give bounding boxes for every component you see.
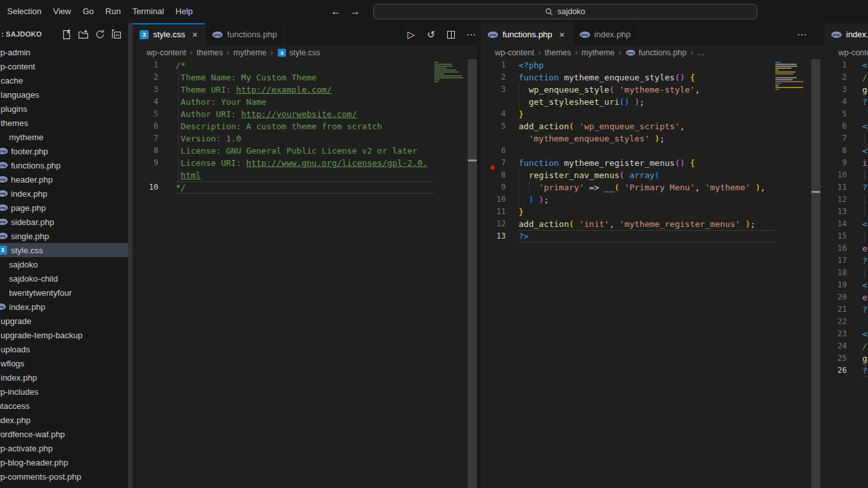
sidebar-item-upgrade[interactable]: upgrade (0, 314, 133, 328)
code-editor[interactable]: 1<2/3g4?56<7│8<9i10│11?12│13│14<15│16e17… (824, 59, 868, 488)
sidebar-item-wp-includes[interactable]: wp-includes (0, 384, 133, 399)
code-line[interactable]: 3g (824, 84, 868, 96)
sidebar-item-header-php[interactable]: phpheader.php (0, 172, 133, 186)
tab-functions-php[interactable]: phpfunctions.php (205, 23, 284, 46)
code-line[interactable]: 24/ (824, 340, 868, 352)
breadcrumb-item[interactable]: wp-content (838, 48, 868, 57)
code-line[interactable]: 10 ) ); (481, 194, 775, 206)
code-line[interactable]: 10│ (824, 169, 868, 181)
new-file-icon[interactable] (61, 29, 72, 40)
code-editor[interactable]: 1/*2 Theme Name: My Custom Theme3 Theme … (133, 59, 477, 488)
menu-item-help[interactable]: Help (170, 0, 199, 23)
sidebar-item-functions-php[interactable]: phpfunctions.php (0, 158, 133, 172)
code-line[interactable]: 18│ (824, 267, 868, 279)
sidebar-item-wp-admin[interactable]: wp-admin (0, 45, 133, 59)
history-icon[interactable]: ↺ (425, 29, 437, 41)
code-line[interactable]: get_stylesheet_uri() ); (481, 96, 775, 108)
sidebar-item-wflogs[interactable]: wflogs (0, 356, 133, 370)
sidebar-item-index-php[interactable]: phpindex.php (0, 186, 133, 201)
collapse-all-icon[interactable] (111, 29, 122, 40)
breadcrumb-item[interactable]: phpfunctions.php (625, 48, 687, 57)
code-line[interactable]: 4} (481, 108, 775, 120)
run-icon[interactable]: ▷ (405, 29, 417, 41)
code-line[interactable]: 8 register_nav_menus( array( (481, 169, 775, 181)
code-line[interactable]: 13│ (824, 206, 868, 218)
minimap[interactable] (434, 62, 468, 83)
code-line[interactable]: 9 'primary' => __( 'Primary Menu', 'myth… (481, 181, 775, 194)
menu-item-go[interactable]: Go (77, 0, 99, 23)
code-line[interactable]: 21? (824, 303, 868, 316)
minimap[interactable] (775, 62, 809, 91)
breadcrumb-item[interactable]: mytheme (582, 48, 614, 57)
code-line[interactable]: 23< (824, 328, 868, 340)
menu-item-terminal[interactable]: Terminal (127, 0, 170, 23)
code-line[interactable]: 12add_action( 'init', 'mytheme_register_… (481, 218, 775, 230)
code-line[interactable]: 25g (824, 352, 868, 365)
code-line[interactable]: 1<?php (481, 59, 775, 71)
sidebar-item-sajdoko-child[interactable]: ›sajdoko-child (0, 271, 133, 285)
split-editor-icon[interactable] (445, 29, 457, 41)
sidebar-item-uploads[interactable]: uploads (0, 342, 133, 356)
code-line[interactable]: 5add_action( 'wp_enqueue_scripts', (481, 120, 775, 132)
new-folder-icon[interactable] (78, 29, 89, 40)
code-line[interactable]: 2/ (824, 71, 868, 84)
editor-scrollbar[interactable] (468, 59, 477, 488)
code-line[interactable]: 16e (824, 242, 868, 255)
tab-index-php[interactable]: phpindex.php (824, 23, 868, 46)
more-actions-icon[interactable]: ⋯ (796, 29, 808, 41)
refresh-icon[interactable] (95, 29, 106, 40)
sidebar-item-mytheme[interactable]: ›mytheme (0, 130, 133, 144)
code-line[interactable]: 8< (824, 145, 868, 157)
code-line[interactable]: 9i (824, 157, 868, 169)
menu-item-run[interactable]: Run (100, 0, 127, 23)
menu-item-view[interactable]: View (47, 0, 77, 23)
close-tab-icon[interactable]: × (192, 30, 198, 40)
sidebar-item-index-php[interactable]: index.php (0, 413, 133, 427)
breadcrumb-item[interactable]: wp-content (147, 48, 186, 57)
sidebar-item-wp-blog-header-php[interactable]: wp-blog-header.php (0, 455, 133, 469)
close-tab-icon[interactable]: × (559, 30, 564, 40)
sidebar-item-plugins[interactable]: plugins (0, 102, 133, 116)
sidebar-item-sajdoko[interactable]: ›sajdoko (0, 257, 133, 271)
code-line[interactable]: 1< (824, 59, 868, 71)
code-line[interactable]: 12│ (824, 194, 868, 206)
sidebar-item-footer-php[interactable]: phpfooter.php (0, 144, 133, 158)
breadcrumb-item[interactable]: themes (545, 48, 571, 57)
sidebar-item--htaccess[interactable]: .htaccess (0, 399, 133, 413)
code-line[interactable]: 5 (824, 108, 868, 120)
sidebar-item-themes[interactable]: themes (0, 116, 133, 130)
code-line[interactable]: 7│ (824, 132, 868, 145)
tab-style-css[interactable]: 3style.css× (133, 23, 205, 46)
sidebar-item-page-php[interactable]: phppage.php (0, 201, 133, 215)
code-line[interactable]: 3 wp_enqueue_style( 'mytheme-style', (481, 84, 775, 96)
code-line[interactable]: 6 (481, 145, 775, 157)
code-line[interactable]: 6< (824, 120, 868, 132)
editor-scrollbar[interactable] (811, 59, 820, 488)
code-line[interactable]: 1/* (133, 59, 434, 71)
tab-functions-php[interactable]: phpfunctions.php× (481, 23, 573, 46)
breadcrumb-item[interactable]: 3style.css (277, 48, 320, 57)
sidebar-item-wp-activate-php[interactable]: wp-activate.php (0, 441, 133, 455)
breadcrumb-item[interactable]: mytheme (234, 48, 266, 57)
more-actions-icon[interactable]: ⋯ (465, 29, 477, 41)
code-line[interactable]: 17? (824, 255, 868, 267)
breadcrumb-item[interactable]: … (697, 48, 705, 57)
sidebar-item-single-php[interactable]: phpsingle.php (0, 229, 133, 243)
sidebar-item-wp-content[interactable]: wp-content (0, 59, 133, 73)
code-editor[interactable]: 1<?php2function mytheme_enqueue_styles()… (481, 59, 824, 488)
code-line[interactable]: 11} (481, 206, 775, 218)
code-line[interactable]: 13?> (481, 230, 775, 242)
code-line[interactable]: 11? (824, 181, 868, 194)
forward-arrow-icon[interactable]: → (350, 6, 360, 17)
sidebar-item-upgrade-temp-backup[interactable]: upgrade-temp-backup (0, 328, 133, 342)
back-arrow-icon[interactable]: ← (331, 6, 341, 17)
code-line[interactable]: 26? (824, 365, 868, 377)
sidebar-item-style-css[interactable]: 3style.css (0, 243, 133, 257)
sidebar-item-wp-comments-post-php[interactable]: wp-comments-post.php (0, 469, 133, 483)
sidebar-item-sidebar-php[interactable]: phpsidebar.php (0, 215, 133, 229)
sidebar-item-cache[interactable]: cache (0, 73, 133, 87)
sidebar-item-languages[interactable]: languages (0, 87, 133, 102)
code-line[interactable]: 10*/ (133, 181, 434, 194)
code-line[interactable]: 20e (824, 291, 868, 303)
code-line[interactable]: 19< (824, 279, 868, 291)
